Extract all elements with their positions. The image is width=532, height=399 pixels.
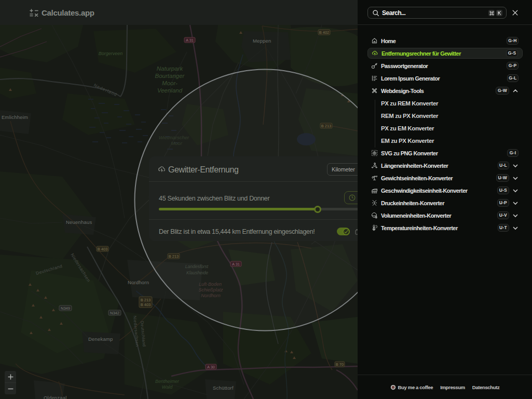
svg-text:Borgerveen: Borgerveen: [99, 51, 123, 56]
svg-text:Luft-Boden: Luft-Boden: [199, 282, 222, 287]
svg-text:N342: N342: [110, 311, 119, 315]
svg-text:B 402: B 402: [319, 30, 330, 35]
svg-text:Wald: Wald: [162, 384, 173, 390]
svg-text:Denekamp: Denekamp: [88, 336, 113, 342]
svg-text:B 213: B 213: [141, 298, 151, 302]
svg-text:A 30: A 30: [207, 365, 215, 369]
svg-text:Emlichheim: Emlichheim: [2, 114, 28, 120]
svg-text:Nordhorn: Nordhorn: [201, 293, 221, 298]
svg-text:Neuenhaus: Neuenhaus: [66, 219, 92, 225]
svg-text:Schießplatz: Schießplatz: [198, 287, 223, 292]
svg-text:A 31: A 31: [186, 38, 194, 43]
svg-text:Naturpark: Naturpark: [157, 65, 184, 72]
svg-text:B 403: B 403: [98, 247, 108, 251]
svg-text:Nordhorn: Nordhorn: [128, 280, 149, 285]
svg-text:Moor-: Moor-: [162, 80, 178, 86]
svg-text:A 31: A 31: [232, 262, 240, 267]
svg-text:Bourtanger: Bourtanger: [155, 73, 185, 79]
svg-text:B 70: B 70: [336, 362, 344, 367]
svg-text:Landesforst: Landesforst: [185, 264, 209, 269]
svg-text:Klausheide: Klausheide: [186, 270, 208, 275]
svg-text:Veenland: Veenland: [157, 87, 183, 94]
svg-text:N349: N349: [61, 306, 70, 311]
svg-text:Oldenzaal: Oldenzaal: [44, 395, 67, 399]
svg-text:B 213: B 213: [169, 254, 179, 259]
svg-text:Schüttorf: Schüttorf: [213, 385, 234, 391]
svg-text:B 213: B 213: [321, 124, 332, 128]
svg-text:B 403: B 403: [141, 302, 151, 307]
svg-text:Meppen: Meppen: [253, 38, 271, 44]
svg-text:Moor: Moor: [171, 140, 182, 146]
svg-text:Bentheimer: Bentheimer: [155, 379, 180, 384]
svg-text:Wietmarscher: Wietmarscher: [159, 135, 189, 140]
